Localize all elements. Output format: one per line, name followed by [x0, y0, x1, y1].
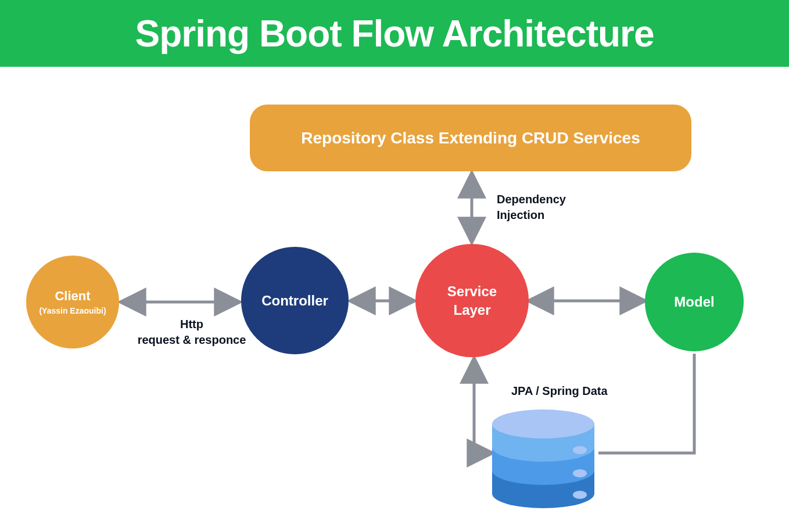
controller-node: Controller [241, 247, 349, 354]
http-label: Httprequest & responce [131, 317, 253, 348]
repository-label: Repository Class Extending CRUD Services [301, 129, 640, 148]
svg-point-10 [492, 409, 594, 438]
svg-point-11 [573, 446, 587, 454]
controller-label: Controller [261, 293, 328, 309]
client-node: Client (Yassin Ezaouibi) [26, 256, 119, 348]
service-label-2: Layer [453, 301, 490, 319]
service-label-1: Service [447, 282, 497, 300]
svg-point-12 [573, 469, 587, 477]
repository-box: Repository Class Extending CRUD Services [250, 105, 691, 171]
model-node: Model [645, 253, 744, 351]
header-banner: Spring Boot Flow Architecture [0, 0, 789, 67]
client-sublabel: (Yassin Ezaouibi) [39, 306, 106, 315]
model-label: Model [674, 294, 714, 310]
dependency-injection-label: DependencyInjection [497, 192, 590, 223]
diagram-canvas: Repository Class Extending CRUD Services… [0, 67, 789, 532]
svg-point-13 [573, 491, 587, 499]
jpa-label: JPA / Spring Data [511, 383, 639, 399]
page-title: Spring Boot Flow Architecture [135, 12, 654, 55]
client-label: Client [55, 289, 90, 304]
database-icon [488, 407, 598, 511]
service-node: Service Layer [415, 244, 529, 357]
